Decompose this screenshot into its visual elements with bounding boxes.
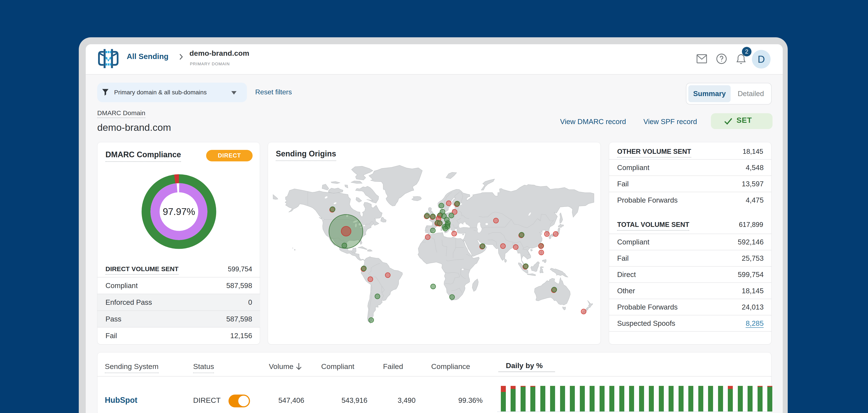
svg-text:97.97%: 97.97% (163, 206, 195, 217)
